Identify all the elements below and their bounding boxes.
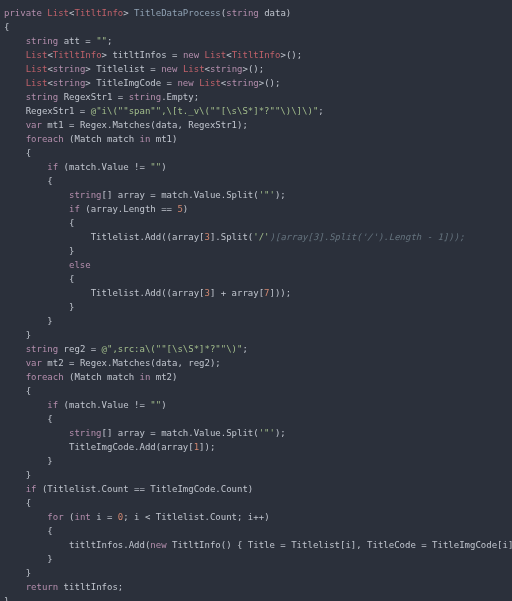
- code-line: titltInfos.Add(new TitltInfo() { Title =…: [4, 540, 512, 550]
- code-line: }: [4, 316, 53, 326]
- code-line: {: [4, 526, 53, 536]
- code-line: }: [4, 246, 74, 256]
- code-line: {: [4, 274, 74, 284]
- code-line: }: [4, 330, 31, 340]
- code-line: }: [4, 456, 53, 466]
- code-line: string RegexStr1 = string.Empty;: [4, 92, 199, 102]
- code-line: if (match.Value != ""): [4, 400, 167, 410]
- code-line: List<string> Titlelist = new List<string…: [4, 64, 264, 74]
- code-line: if (Titlelist.Count == TitleImgCode.Coun…: [4, 484, 253, 494]
- code-line: {: [4, 386, 31, 396]
- code-line: foreach (Match match in mt1): [4, 134, 177, 144]
- code-line: }: [4, 470, 31, 480]
- code-line: List<string> TitleImgCode = new List<str…: [4, 78, 280, 88]
- code-line: var mt2 = Regex.Matches(data, reg2);: [4, 358, 221, 368]
- code-line: {: [4, 218, 74, 228]
- code-editor[interactable]: private List<TitltInfo> TitleDataProcess…: [0, 0, 512, 601]
- code-line: TitleImgCode.Add(array[1]);: [4, 442, 215, 452]
- code-line: {: [4, 22, 9, 32]
- code-line: {: [4, 148, 31, 158]
- code-line: }: [4, 596, 9, 601]
- code-line: }: [4, 302, 74, 312]
- code-line: Titlelist.Add((array[3].Split('/')[array…: [4, 232, 465, 242]
- code-line: string att = "";: [4, 36, 112, 46]
- code-line: {: [4, 498, 31, 508]
- code-line: Titlelist.Add((array[3] + array[7]));: [4, 288, 291, 298]
- code-line: return titltInfos;: [4, 582, 123, 592]
- code-line: {: [4, 176, 53, 186]
- code-line: private List<TitltInfo> TitleDataProcess…: [4, 8, 291, 18]
- code-line: if (match.Value != ""): [4, 162, 167, 172]
- code-line: string[] array = match.Value.Split('"');: [4, 190, 286, 200]
- code-line: for (int i = 0; i < Titlelist.Count; i++…: [4, 512, 270, 522]
- code-line: }: [4, 554, 53, 564]
- code-line: RegexStr1 = @"i\(""span"",\[t._v\(""[\s\…: [4, 106, 324, 116]
- code-line: List<TitltInfo> titltInfos = new List<Ti…: [4, 50, 302, 60]
- code-line: foreach (Match match in mt2): [4, 372, 177, 382]
- code-line: }: [4, 568, 31, 578]
- code-line: string[] array = match.Value.Split('"');: [4, 428, 286, 438]
- code-line: else: [4, 260, 91, 270]
- code-line: {: [4, 414, 53, 424]
- code-line: var mt1 = Regex.Matches(data, RegexStr1)…: [4, 120, 248, 130]
- code-line: string reg2 = @",src:a\(""[\s\S*]*?""\)"…: [4, 344, 248, 354]
- code-line: if (array.Length == 5): [4, 204, 188, 214]
